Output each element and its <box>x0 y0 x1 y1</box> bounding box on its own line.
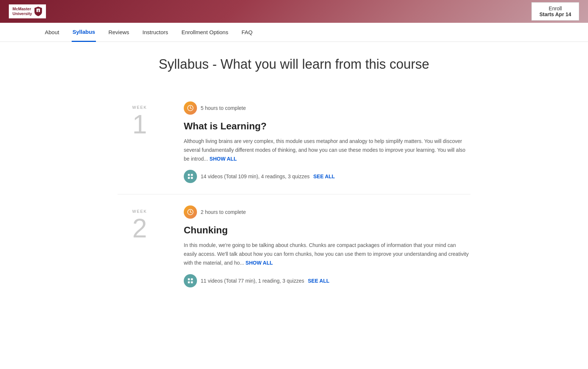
svg-rect-16 <box>191 281 193 283</box>
week-1-show-all[interactable]: SHOW ALL <box>209 156 237 162</box>
week-1-content-badge: 14 videos (Total 109 min), 4 readings, 3… <box>184 170 470 183</box>
svg-rect-9 <box>191 177 193 179</box>
week-2-time-badge: 2 hours to complete <box>184 205 470 219</box>
week-2-label: WEEK <box>118 209 162 214</box>
grid-icon-2 <box>184 274 197 287</box>
week-1-label-col: WEEK 1 <box>118 101 162 183</box>
nav-item-enrollment-options[interactable]: Enrollment Options <box>181 23 229 42</box>
svg-rect-15 <box>188 281 190 283</box>
svg-rect-13 <box>188 278 190 280</box>
week-2-content-summary: 11 videos (Total 77 min), 1 reading, 3 q… <box>201 278 304 284</box>
svg-rect-2 <box>37 9 40 10</box>
logo-text-line2: University <box>12 11 32 16</box>
week-2-content-badge: 11 videos (Total 77 min), 1 reading, 3 q… <box>184 274 470 287</box>
clock-icon-1 <box>184 101 197 115</box>
week-2-title: Chunking <box>184 225 470 236</box>
svg-rect-14 <box>191 278 193 280</box>
enroll-button[interactable]: Enroll Starts Apr 14 <box>531 2 579 21</box>
week-2-item: WEEK 2 2 hours to complete Chunking In t… <box>118 194 470 298</box>
svg-line-12 <box>190 212 191 213</box>
logo-text-line1: McMaster <box>12 7 32 11</box>
clock-svg-1 <box>187 105 194 111</box>
starts-label: Starts Apr 14 <box>539 11 571 17</box>
clock-icon-2 <box>184 205 197 219</box>
grid-svg-1 <box>187 173 194 180</box>
week-2-number: 2 <box>132 214 147 243</box>
week-1-time-badge: 5 hours to complete <box>184 101 470 115</box>
university-shield-icon <box>34 7 42 16</box>
enroll-label: Enroll <box>539 6 571 11</box>
logo-area: McMaster University <box>9 4 46 18</box>
svg-rect-0 <box>37 9 38 12</box>
svg-line-5 <box>190 108 191 109</box>
week-1-item: WEEK 1 5 hours to complete What is Learn… <box>118 90 470 194</box>
svg-rect-1 <box>39 9 40 12</box>
svg-rect-7 <box>191 174 193 176</box>
svg-rect-6 <box>188 174 190 176</box>
nav-item-about[interactable]: About <box>44 23 60 42</box>
week-1-description: Although living brains are very complex,… <box>184 137 470 163</box>
grid-icon-1 <box>184 170 197 183</box>
week-1-content-summary: 14 videos (Total 109 min), 4 readings, 3… <box>201 173 310 179</box>
nav-item-reviews[interactable]: Reviews <box>108 23 130 42</box>
week-2-see-all[interactable]: SEE ALL <box>308 278 330 284</box>
nav-item-faq[interactable]: FAQ <box>241 23 253 42</box>
week-2-content: 2 hours to complete Chunking In this mod… <box>184 205 470 287</box>
navigation: About Syllabus Reviews Instructors Enrol… <box>0 23 588 42</box>
grid-svg-2 <box>187 277 194 284</box>
clock-svg-2 <box>187 209 194 215</box>
header: McMaster University Enroll Starts Apr 14 <box>0 0 588 23</box>
main-content: Syllabus - What you will learn from this… <box>110 42 478 313</box>
week-2-hours: 2 hours to complete <box>201 209 246 215</box>
week-2-label-col: WEEK 2 <box>118 205 162 287</box>
week-1-title: What is Learning? <box>184 121 470 132</box>
page-title: Syllabus - What you will learn from this… <box>118 57 470 72</box>
week-1-hours: 5 hours to complete <box>201 105 246 111</box>
week-1-content: 5 hours to complete What is Learning? Al… <box>184 101 470 183</box>
week-2-description: In this module, we're going to be talkin… <box>184 241 470 267</box>
week-1-label: WEEK <box>118 105 162 110</box>
week-1-number: 1 <box>132 110 147 139</box>
svg-rect-8 <box>188 177 190 179</box>
logo-box: McMaster University <box>9 4 46 18</box>
nav-item-syllabus[interactable]: Syllabus <box>72 23 96 42</box>
week-1-see-all[interactable]: SEE ALL <box>313 173 335 179</box>
nav-item-instructors[interactable]: Instructors <box>142 23 169 42</box>
week-2-show-all[interactable]: SHOW ALL <box>245 260 273 266</box>
